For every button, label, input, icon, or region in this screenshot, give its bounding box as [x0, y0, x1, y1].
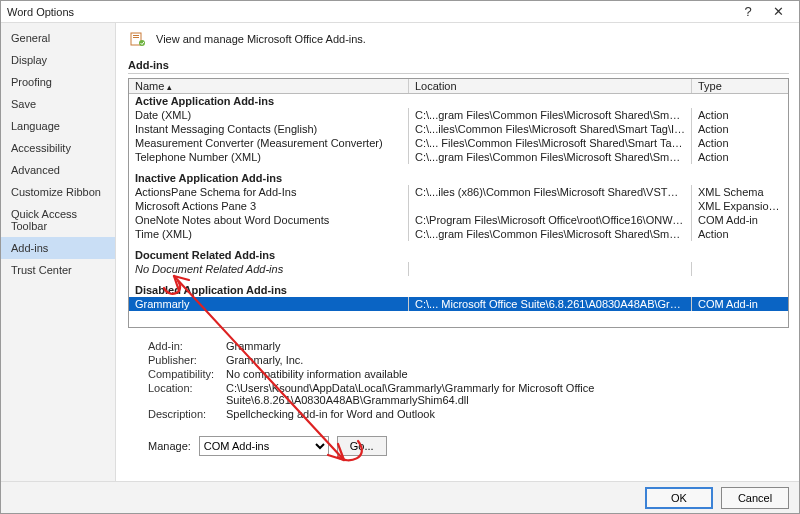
sort-asc-icon: ▴ [167, 82, 172, 92]
grid-group-header: Disabled Application Add-ins [129, 276, 788, 297]
cell-name: Measurement Converter (Measurement Conve… [129, 136, 409, 150]
page-header: View and manage Microsoft Office Add-ins… [128, 29, 789, 49]
titlebar: Word Options ? ✕ [1, 1, 799, 23]
cell-name: No Document Related Add-ins [129, 262, 409, 276]
manage-row: Manage: COM Add-ins Go... [128, 436, 789, 456]
page-header-text: View and manage Microsoft Office Add-ins… [156, 33, 366, 45]
cell-type: XML Schema [692, 185, 788, 199]
sidebar-item-general[interactable]: General [1, 27, 115, 49]
detail-label-description: Description: [148, 408, 226, 420]
section-title: Add-ins [128, 59, 789, 71]
col-type[interactable]: Type [692, 79, 788, 93]
dialog-footer: OK Cancel [1, 481, 799, 513]
cell-name: OneNote Notes about Word Documents [129, 213, 409, 227]
svg-rect-2 [133, 37, 139, 38]
cell-type: Action [692, 227, 788, 241]
cell-type: Action [692, 122, 788, 136]
cell-location: C:\... Files\Common Files\Microsoft Shar… [409, 136, 692, 150]
cell-type: Action [692, 150, 788, 164]
ok-button[interactable]: OK [645, 487, 713, 509]
cell-type: COM Add-in [692, 213, 788, 227]
col-name[interactable]: Name ▴ [129, 79, 409, 93]
table-row[interactable]: ActionsPane Schema for Add-InsC:\...iles… [129, 185, 788, 199]
close-icon[interactable]: ✕ [763, 3, 793, 21]
table-row[interactable]: Time (XML)C:\...gram Files\Common Files\… [129, 227, 788, 241]
table-row[interactable]: Instant Messaging Contacts (English)C:\.… [129, 122, 788, 136]
cell-name: Grammarly [129, 297, 409, 311]
grid-body: Active Application Add-insDate (XML)C:\.… [129, 94, 788, 311]
cell-type: Action [692, 108, 788, 122]
detail-value-addin: Grammarly [226, 340, 789, 352]
grid-group-header: Active Application Add-ins [129, 94, 788, 108]
section-rule [128, 73, 789, 74]
cell-type: COM Add-in [692, 297, 788, 311]
cell-location: C:\...gram Files\Common Files\Microsoft … [409, 108, 692, 122]
cell-location: C:\...iles\Common Files\Microsoft Shared… [409, 122, 692, 136]
detail-label-location: Location: [148, 382, 226, 406]
grid-group-header: Document Related Add-ins [129, 241, 788, 262]
cell-location: C:\...gram Files\Common Files\Microsoft … [409, 150, 692, 164]
window-title: Word Options [7, 6, 733, 18]
table-row[interactable]: Microsoft Actions Pane 3XML Expansion Pa… [129, 199, 788, 213]
cell-name: Microsoft Actions Pane 3 [129, 199, 409, 213]
cell-name: Time (XML) [129, 227, 409, 241]
cell-location [409, 199, 692, 213]
addins-grid: Name ▴ Location Type Active Application … [128, 78, 789, 328]
manage-select[interactable]: COM Add-ins [199, 436, 329, 456]
main-area: GeneralDisplayProofingSaveLanguageAccess… [1, 23, 799, 481]
addin-details: Add-in: Grammarly Publisher: Grammarly, … [128, 340, 789, 420]
sidebar-item-proofing[interactable]: Proofing [1, 71, 115, 93]
detail-label-compat: Compatibility: [148, 368, 226, 380]
cell-location: C:\...iles (x86)\Common Files\Microsoft … [409, 185, 692, 199]
sidebar-item-quick-access-toolbar[interactable]: Quick Access Toolbar [1, 203, 115, 237]
cell-type: Action [692, 136, 788, 150]
col-location[interactable]: Location [409, 79, 692, 93]
detail-value-compat: No compatibility information available [226, 368, 789, 380]
table-row[interactable]: GrammarlyC:\... Microsoft Office Suite\6… [129, 297, 788, 311]
grid-group-header: Inactive Application Add-ins [129, 164, 788, 185]
svg-rect-1 [133, 35, 139, 36]
cell-type [692, 262, 788, 276]
detail-label-publisher: Publisher: [148, 354, 226, 366]
table-row[interactable]: Measurement Converter (Measurement Conve… [129, 136, 788, 150]
cell-name: Date (XML) [129, 108, 409, 122]
sidebar: GeneralDisplayProofingSaveLanguageAccess… [1, 23, 116, 481]
sidebar-item-save[interactable]: Save [1, 93, 115, 115]
detail-label-addin: Add-in: [148, 340, 226, 352]
content-pane: View and manage Microsoft Office Add-ins… [116, 23, 799, 481]
table-row[interactable]: Telephone Number (XML)C:\...gram Files\C… [129, 150, 788, 164]
table-row: No Document Related Add-ins [129, 262, 788, 276]
cell-location: C:\... Microsoft Office Suite\6.8.261\A0… [409, 297, 692, 311]
help-icon[interactable]: ? [733, 3, 763, 21]
sidebar-item-advanced[interactable]: Advanced [1, 159, 115, 181]
detail-value-location: C:\Users\Ksound\AppData\Local\Grammarly\… [226, 382, 789, 406]
table-row[interactable]: Date (XML)C:\...gram Files\Common Files\… [129, 108, 788, 122]
sidebar-item-language[interactable]: Language [1, 115, 115, 137]
detail-value-publisher: Grammarly, Inc. [226, 354, 789, 366]
sidebar-item-display[interactable]: Display [1, 49, 115, 71]
grid-header[interactable]: Name ▴ Location Type [129, 79, 788, 94]
cell-name: Telephone Number (XML) [129, 150, 409, 164]
sidebar-item-add-ins[interactable]: Add-ins [1, 237, 115, 259]
table-row[interactable]: OneNote Notes about Word DocumentsC:\Pro… [129, 213, 788, 227]
addins-icon [128, 29, 148, 49]
cancel-button[interactable]: Cancel [721, 487, 789, 509]
cell-type: XML Expansion Pack [692, 199, 788, 213]
cell-location [409, 262, 692, 276]
manage-label: Manage: [148, 440, 191, 452]
cell-name: Instant Messaging Contacts (English) [129, 122, 409, 136]
cell-name: ActionsPane Schema for Add-Ins [129, 185, 409, 199]
sidebar-item-accessibility[interactable]: Accessibility [1, 137, 115, 159]
cell-location: C:\...gram Files\Common Files\Microsoft … [409, 227, 692, 241]
detail-value-description: Spellchecking add-in for Word and Outloo… [226, 408, 789, 420]
sidebar-item-customize-ribbon[interactable]: Customize Ribbon [1, 181, 115, 203]
go-button[interactable]: Go... [337, 436, 387, 456]
sidebar-item-trust-center[interactable]: Trust Center [1, 259, 115, 281]
cell-location: C:\Program Files\Microsoft Office\root\O… [409, 213, 692, 227]
